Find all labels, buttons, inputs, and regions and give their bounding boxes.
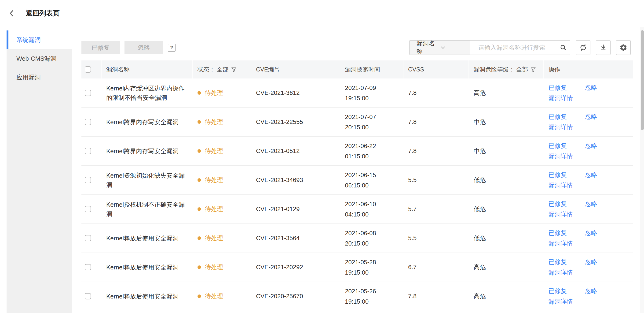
- status-text: 待处理: [205, 118, 223, 126]
- status-text: 待处理: [205, 89, 223, 97]
- table-row: Kernel释放后使用安全漏洞 待处理 CVE-2020-25670 2021-…: [82, 282, 633, 311]
- disclosure-clock: 19:15:00: [345, 296, 404, 307]
- row-checkbox[interactable]: [85, 206, 91, 212]
- row-checkbox[interactable]: [85, 119, 91, 125]
- action-fixed-link[interactable]: 已修复: [548, 287, 567, 294]
- sidebar: 系统漏洞 Web-CMS漏洞 应用漏洞: [6, 27, 72, 313]
- row-checkbox[interactable]: [85, 264, 91, 270]
- sidebar-item-label: 应用漏洞: [16, 73, 41, 82]
- gear-icon: [620, 44, 628, 52]
- action-detail-link[interactable]: 漏洞详情: [548, 95, 573, 102]
- risk-level: 中危: [469, 147, 544, 155]
- disclosure-clock: 01:15:00: [345, 151, 404, 161]
- download-button[interactable]: [596, 40, 610, 55]
- action-ignore-link[interactable]: 忽略: [585, 200, 597, 207]
- row-checkbox[interactable]: [85, 177, 91, 183]
- level-filter-icon[interactable]: [531, 67, 536, 72]
- scrollbar[interactable]: [640, 27, 644, 313]
- status-dot-icon: [198, 120, 201, 124]
- sidebar-group: Web-CMS漏洞 应用漏洞: [6, 49, 72, 313]
- disclosure-clock: 19:15:00: [345, 93, 404, 103]
- status-dot-icon: [198, 178, 201, 182]
- action-fixed-link[interactable]: 已修复: [548, 200, 567, 207]
- cvss-score: 7.8: [404, 89, 469, 97]
- cvss-score: 5.7: [404, 205, 469, 213]
- table-row: Kernel跨界内存写安全漏洞 待处理 CVE-2021-0512 2021-0…: [82, 137, 633, 166]
- header-cve: CVE编号: [251, 61, 340, 79]
- cvss-score: 5.5: [404, 176, 469, 184]
- download-icon: [600, 44, 607, 51]
- action-ignore-link[interactable]: 忽略: [585, 229, 597, 236]
- action-detail-link[interactable]: 漏洞详情: [548, 240, 573, 247]
- status-filter-icon[interactable]: [231, 67, 236, 72]
- table-row: Kernel资源初始化缺失安全漏洞 待处理 CVE-2021-34693 202…: [82, 166, 633, 195]
- scrollbar-thumb[interactable]: [641, 30, 644, 130]
- sidebar-item-webcms-vuln[interactable]: Web-CMS漏洞: [6, 49, 72, 68]
- action-detail-link[interactable]: 漏洞详情: [548, 153, 573, 160]
- status-text: 待处理: [205, 234, 223, 242]
- search-icon[interactable]: [557, 44, 570, 51]
- action-ignore-link[interactable]: 忽略: [585, 171, 597, 178]
- risk-level: 中危: [469, 118, 544, 126]
- search-input[interactable]: [470, 41, 557, 54]
- row-checkbox[interactable]: [85, 235, 91, 241]
- disclosure-date: 2021-07-09: [345, 83, 404, 93]
- risk-level: 高危: [469, 263, 544, 271]
- action-fixed-link[interactable]: 已修复: [548, 258, 567, 265]
- header-cvss: CVSS: [404, 61, 469, 79]
- bulk-fixed-button[interactable]: 已修复: [82, 41, 120, 54]
- row-actions: 已修复忽略 漏洞详情: [544, 141, 633, 162]
- sidebar-item-app-vuln[interactable]: 应用漏洞: [6, 68, 72, 87]
- action-fixed-link[interactable]: 已修复: [548, 113, 567, 120]
- row-actions: 已修复忽略 漏洞详情: [544, 228, 633, 249]
- action-detail-link[interactable]: 漏洞详情: [548, 182, 573, 189]
- disclosure-date: 2021-06-08: [345, 228, 404, 238]
- bulk-ignore-button[interactable]: 忽略: [124, 41, 163, 54]
- row-checkbox[interactable]: [85, 90, 91, 96]
- action-fixed-link[interactable]: 已修复: [548, 84, 567, 91]
- action-detail-link[interactable]: 漏洞详情: [548, 269, 573, 276]
- cve-id: CVE-2020-25670: [251, 293, 340, 300]
- cve-id: CVE-2021-20292: [251, 263, 340, 271]
- status-text: 待处理: [205, 205, 223, 213]
- status-dot-icon: [198, 236, 201, 240]
- header-status: 状态： 全部: [198, 66, 228, 73]
- status-text: 待处理: [205, 263, 223, 271]
- action-detail-link[interactable]: 漏洞详情: [548, 298, 573, 305]
- table-row: Kernel授权机制不正确安全漏洞 待处理 CVE-2021-0129 2021…: [82, 195, 633, 224]
- action-ignore-link[interactable]: 忽略: [585, 258, 597, 265]
- disclosure-clock: 19:15:00: [345, 267, 404, 278]
- vuln-name: Kernel跨界内存写安全漏洞: [102, 146, 193, 156]
- select-all-checkbox[interactable]: [85, 66, 91, 73]
- disclosure-time: 2021-07-09 19:15:00: [340, 83, 404, 103]
- back-button[interactable]: [5, 7, 18, 20]
- search-field-select[interactable]: 漏洞名称: [410, 41, 470, 55]
- sidebar-item-label: 系统漏洞: [16, 36, 41, 44]
- toolbar: 已修复 忽略 ? 漏洞名称: [82, 40, 644, 55]
- action-detail-link[interactable]: 漏洞详情: [548, 124, 573, 131]
- row-checkbox[interactable]: [85, 148, 91, 154]
- action-ignore-link[interactable]: 忽略: [585, 287, 597, 294]
- action-fixed-link[interactable]: 已修复: [548, 229, 567, 236]
- cvss-score: 7.8: [404, 293, 469, 300]
- action-fixed-link[interactable]: 已修复: [548, 142, 567, 149]
- action-ignore-link[interactable]: 忽略: [585, 84, 597, 91]
- vuln-name: Kernel释放后使用安全漏洞: [102, 292, 193, 301]
- cvss-score: 6.7: [404, 263, 469, 271]
- disclosure-time: 2021-06-22 01:15:00: [340, 141, 404, 161]
- vuln-name: Kernel资源初始化缺失安全漏洞: [102, 171, 193, 190]
- chevron-down-icon: [441, 46, 465, 49]
- sidebar-item-system-vuln[interactable]: 系统漏洞: [6, 31, 72, 49]
- disclosure-time: 2021-05-28 19:15:00: [340, 257, 404, 278]
- help-icon[interactable]: ?: [168, 44, 176, 52]
- row-actions: 已修复忽略 漏洞详情: [544, 199, 633, 220]
- action-fixed-link[interactable]: 已修复: [548, 171, 567, 178]
- row-checkbox[interactable]: [85, 293, 91, 299]
- action-ignore-link[interactable]: 忽略: [585, 142, 597, 149]
- settings-button[interactable]: [616, 40, 631, 55]
- row-actions: 已修复忽略 漏洞详情: [544, 286, 633, 307]
- action-ignore-link[interactable]: 忽略: [585, 113, 597, 120]
- refresh-button[interactable]: [576, 40, 590, 55]
- action-detail-link[interactable]: 漏洞详情: [548, 211, 573, 218]
- cve-id: CVE-2021-22555: [251, 118, 340, 126]
